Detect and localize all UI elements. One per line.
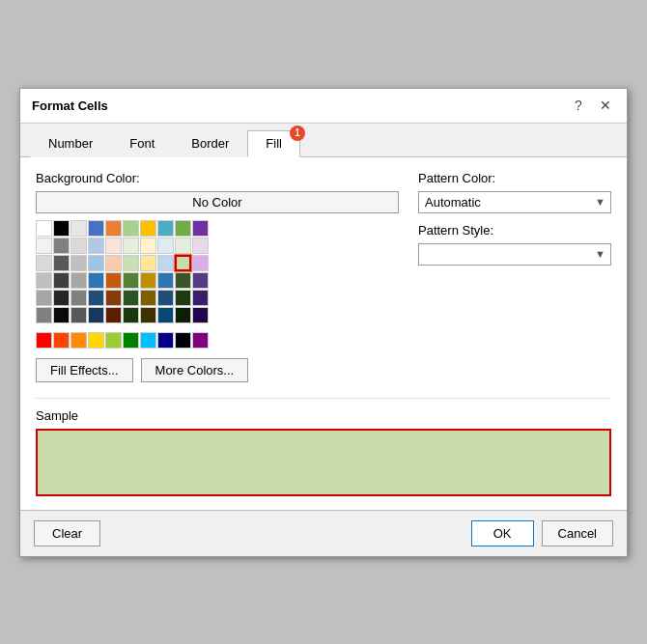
color-cell[interactable] xyxy=(192,220,209,237)
pattern-style-dropdown-wrapper: ▼ xyxy=(418,243,611,266)
color-cell[interactable] xyxy=(36,332,52,349)
pattern-style-select[interactable] xyxy=(418,243,611,266)
pattern-color-dropdown-wrapper: Automatic ▼ xyxy=(418,191,611,213)
help-button[interactable]: ? xyxy=(569,96,588,115)
color-cell[interactable] xyxy=(88,272,104,289)
color-cell[interactable] xyxy=(70,238,87,254)
color-cell[interactable] xyxy=(105,290,122,306)
color-cell[interactable] xyxy=(53,307,70,323)
color-cell[interactable] xyxy=(105,332,122,349)
color-cell[interactable] xyxy=(175,272,191,289)
tab-number[interactable]: Number xyxy=(30,130,111,157)
color-cell[interactable] xyxy=(70,290,87,306)
no-color-button[interactable]: No Color xyxy=(36,191,399,213)
color-cell[interactable] xyxy=(140,220,156,237)
color-cell[interactable] xyxy=(192,272,209,289)
sample-area: Sample xyxy=(36,398,611,496)
color-cell[interactable] xyxy=(105,255,122,271)
color-cell[interactable] xyxy=(157,272,174,289)
color-cell[interactable] xyxy=(88,238,104,254)
color-cell[interactable] xyxy=(192,238,209,254)
color-cell[interactable] xyxy=(175,332,191,349)
color-row-1 xyxy=(36,220,399,237)
tab-font[interactable]: Font xyxy=(111,130,173,157)
title-bar-controls: ? ✕ xyxy=(569,96,615,115)
color-cell[interactable] xyxy=(53,272,70,289)
color-cell[interactable] xyxy=(123,290,139,306)
format-cells-dialog: Format Cells ? ✕ Number Font Border Fill… xyxy=(19,88,628,557)
color-cell[interactable] xyxy=(157,307,174,323)
color-cell[interactable] xyxy=(192,307,209,323)
close-button[interactable]: ✕ xyxy=(596,96,615,115)
color-cell[interactable] xyxy=(53,332,70,349)
color-cell[interactable] xyxy=(140,290,156,306)
color-cell[interactable] xyxy=(157,238,174,254)
color-cell[interactable] xyxy=(105,272,122,289)
pattern-color-select[interactable]: Automatic xyxy=(418,191,611,213)
color-cell[interactable] xyxy=(157,255,174,271)
ok-button[interactable]: OK xyxy=(471,520,534,546)
color-cell[interactable] xyxy=(88,332,104,349)
color-grid xyxy=(36,220,399,323)
dialog-footer: Clear OK Cancel xyxy=(20,511,627,556)
color-cell[interactable] xyxy=(140,238,156,254)
color-cell[interactable] xyxy=(88,220,104,237)
color-cell[interactable] xyxy=(36,307,52,323)
color-cell[interactable] xyxy=(36,220,52,237)
color-cell[interactable] xyxy=(70,220,87,237)
color-cell[interactable] xyxy=(105,307,122,323)
color-cell[interactable] xyxy=(70,332,87,349)
pattern-style-label: Pattern Style: xyxy=(418,223,611,238)
color-cell[interactable] xyxy=(70,307,87,323)
pattern-color-label: Pattern Color: xyxy=(418,171,611,185)
tab-fill[interactable]: Fill 1 xyxy=(247,130,300,157)
color-cell[interactable] xyxy=(140,272,156,289)
color-cell[interactable] xyxy=(123,272,139,289)
color-cell[interactable] xyxy=(140,255,156,271)
clear-button[interactable]: Clear xyxy=(34,520,100,546)
action-buttons: Fill Effects... More Colors... xyxy=(36,358,399,382)
color-cell[interactable] xyxy=(175,220,191,237)
color-cell[interactable] xyxy=(53,220,70,237)
color-cell[interactable] xyxy=(36,272,52,289)
color-cell[interactable] xyxy=(192,290,209,306)
color-cell[interactable] xyxy=(175,238,191,254)
background-color-label: Background Color: xyxy=(36,171,399,185)
color-cell[interactable] xyxy=(123,255,139,271)
sample-label: Sample xyxy=(36,408,611,423)
color-cell[interactable] xyxy=(192,255,209,271)
tab-border[interactable]: Border xyxy=(173,130,247,157)
color-cell[interactable] xyxy=(70,272,87,289)
color-cell[interactable] xyxy=(140,332,156,349)
color-cell[interactable] xyxy=(105,238,122,254)
color-cell[interactable] xyxy=(123,220,139,237)
fill-effects-button[interactable]: Fill Effects... xyxy=(36,358,133,382)
color-cell[interactable] xyxy=(88,255,104,271)
footer-left: Clear xyxy=(34,520,464,546)
color-cell[interactable] xyxy=(123,332,139,349)
color-cell[interactable] xyxy=(157,332,174,349)
color-cell[interactable] xyxy=(157,220,174,237)
color-cell[interactable] xyxy=(36,290,52,306)
color-cell[interactable] xyxy=(53,255,70,271)
color-cell[interactable] xyxy=(53,238,70,254)
color-cell[interactable] xyxy=(36,238,52,254)
color-cell[interactable] xyxy=(70,255,87,271)
color-cell[interactable] xyxy=(123,307,139,323)
color-cell[interactable] xyxy=(175,307,191,323)
color-cell[interactable] xyxy=(53,290,70,306)
color-cell[interactable] xyxy=(140,307,156,323)
color-cell[interactable] xyxy=(192,332,209,349)
color-cell[interactable] xyxy=(36,255,52,271)
color-cell-selected[interactable] xyxy=(175,255,191,271)
accent-color-row xyxy=(36,332,399,349)
cancel-button[interactable]: Cancel xyxy=(542,520,613,546)
main-columns: Background Color: No Color xyxy=(36,171,611,382)
color-cell[interactable] xyxy=(88,290,104,306)
color-cell[interactable] xyxy=(157,290,174,306)
color-cell[interactable] xyxy=(105,220,122,237)
color-cell[interactable] xyxy=(88,307,104,323)
color-cell[interactable] xyxy=(175,290,191,306)
color-cell[interactable] xyxy=(123,238,139,254)
more-colors-button[interactable]: More Colors... xyxy=(141,358,249,382)
